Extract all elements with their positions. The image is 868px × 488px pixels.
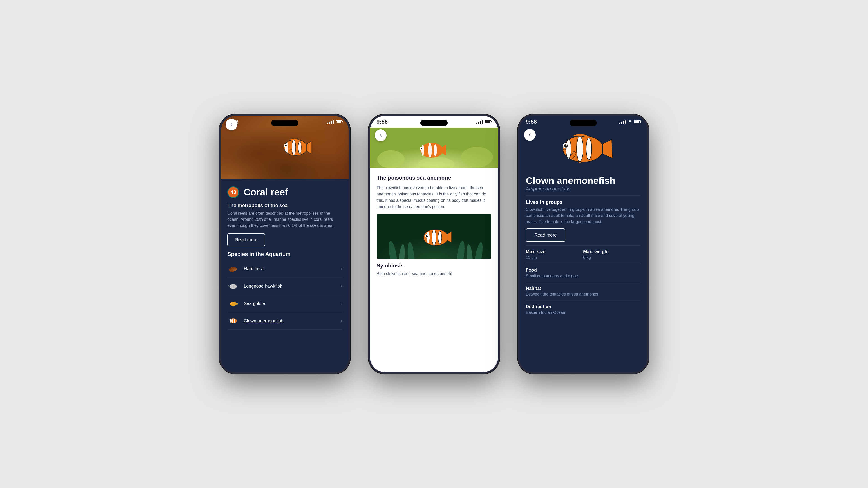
divider-3	[526, 264, 641, 264]
species-item-longnose[interactable]: Longnose hawkfish ›	[227, 278, 342, 295]
phone-coral-reef: 9:58	[219, 114, 350, 374]
svg-point-40	[422, 148, 422, 149]
time-display-3: 9:58	[526, 119, 537, 125]
svg-point-57	[427, 235, 428, 236]
section-metropolis: The metropolis of the sea Coral reefs ar…	[227, 203, 342, 229]
phone-notch-2	[421, 120, 447, 126]
svg-rect-12	[231, 270, 233, 272]
clownfish-hero	[278, 135, 314, 160]
anemone-image	[370, 128, 498, 168]
species-item-hard-coral[interactable]: Hard coral ›	[227, 260, 342, 278]
phone-species-detail: 9:58	[518, 114, 649, 374]
phone-notch	[271, 120, 298, 126]
habitat-label: Habitat	[526, 286, 641, 291]
status-icons-2	[476, 120, 491, 124]
symbiosis-title: Symbiosis	[377, 263, 491, 269]
read-more-button-1[interactable]: Read more	[227, 233, 265, 247]
sb2-3	[621, 122, 622, 124]
max-size-value: 11 cm	[526, 255, 583, 260]
battery-fill-2	[486, 121, 490, 123]
battery-fill	[337, 121, 341, 123]
species-item-clown[interactable]: Clown anemonefish ›	[227, 312, 342, 330]
species-badge: 43 Coral reef	[227, 186, 342, 198]
sb1-3	[619, 123, 620, 124]
clown-name: Clown anemonefish	[244, 318, 341, 324]
phone3-body: Clown anemonefish Amphiprion ocellaris L…	[520, 170, 647, 372]
svg-point-68	[566, 144, 567, 146]
section-habitat: Habitat Between the tentacles of sea ane…	[526, 286, 641, 297]
divider-4	[526, 282, 641, 282]
sb4-3	[625, 120, 626, 124]
species-list-title: Species in the Aquarium	[227, 251, 342, 257]
section-anemone: The poisonous sea anemone	[377, 174, 491, 181]
phone1-body: 43 Coral reef The metropolis of the sea …	[221, 179, 348, 372]
svg-point-67	[564, 144, 568, 148]
longnose-name: Longnose hawkfish	[244, 284, 341, 289]
signal-bar-2	[329, 122, 330, 124]
sea-goldie-chevron: ›	[341, 300, 342, 306]
svg-point-33	[461, 147, 493, 167]
signal-icon	[327, 120, 334, 124]
longnose-icon	[227, 282, 239, 291]
sea-goldie-icon	[227, 299, 239, 308]
svg-point-21	[230, 302, 237, 306]
battery-icon	[336, 120, 342, 123]
svg-point-31	[377, 150, 405, 168]
sea-goldie-name: Sea goldie	[244, 301, 341, 306]
max-size-label: Max. size	[526, 249, 583, 254]
phone-clownfish-article: 9:58	[368, 114, 500, 374]
clown-small-icon	[227, 316, 239, 325]
symbiosis-text: Both clownfish and sea anemones benefit	[377, 271, 491, 277]
section-metropolis-text: Coral reefs are often described at the m…	[227, 210, 342, 229]
sb1	[476, 123, 477, 124]
sb2	[478, 122, 479, 124]
signal-bar-3	[331, 121, 332, 124]
back-button-3[interactable]	[524, 129, 536, 141]
svg-point-29	[230, 320, 230, 320]
hard-coral-chevron: ›	[341, 266, 342, 271]
svg-point-26	[234, 319, 235, 323]
species-item-sea-goldie[interactable]: Sea goldie ›	[227, 295, 342, 312]
clownfish-large-icon	[545, 129, 622, 169]
battery-fill-3	[635, 121, 639, 123]
svg-point-9	[286, 145, 286, 145]
battery-icon-3	[634, 120, 641, 123]
sb3	[480, 121, 481, 124]
status-icons-3	[619, 120, 641, 124]
longnose-chevron: ›	[341, 283, 342, 289]
svg-point-18	[230, 286, 231, 286]
sb3-3	[623, 121, 624, 124]
badge-number: 43	[227, 186, 239, 198]
back-button-2[interactable]	[375, 129, 386, 141]
distribution-label: Distribution	[526, 304, 641, 309]
species-main-name: Clown anemonefish	[526, 175, 641, 186]
read-more-button-3[interactable]: Read more	[526, 228, 565, 242]
svg-point-14	[232, 267, 234, 269]
svg-point-35	[428, 143, 432, 158]
status-icons	[327, 120, 342, 124]
groups-text: Clownfish live together in groups in a s…	[526, 206, 641, 225]
specs-grid: Max. size 11 cm Max. weight 0 kg	[526, 249, 641, 260]
section-groups: Lives in groups Clownfish live together …	[526, 199, 641, 225]
anemone-background	[370, 128, 498, 168]
phone2-body: The poisonous sea anemone The clownfish …	[370, 168, 498, 372]
section-metropolis-title: The metropolis of the sea	[227, 203, 342, 208]
clown-chevron: ›	[341, 318, 342, 324]
battery-icon-2	[485, 120, 491, 123]
signal-bar-1	[327, 123, 328, 124]
back-button[interactable]	[225, 119, 237, 130]
distribution-text: Eastern Indian Ocean	[526, 310, 565, 315]
species-latin-name: Amphiprion ocellaris	[526, 186, 641, 192]
distribution-value: Eastern Indian Ocean	[526, 310, 641, 315]
food-value: Small crustaceans and algae	[526, 273, 641, 278]
hard-coral-name: Hard coral	[244, 266, 341, 271]
signal-icon-2	[476, 120, 483, 124]
signal-bar-4	[333, 120, 334, 124]
food-label: Food	[526, 267, 641, 273]
section-food: Food Small crustaceans and algae	[526, 267, 641, 278]
max-weight-value: 0 kg	[583, 255, 641, 260]
time-display-2: 9:58	[377, 119, 388, 125]
sb4	[482, 120, 483, 124]
coral-reef-title: Coral reef	[244, 188, 288, 197]
max-weight-label: Max. weight	[583, 249, 641, 254]
